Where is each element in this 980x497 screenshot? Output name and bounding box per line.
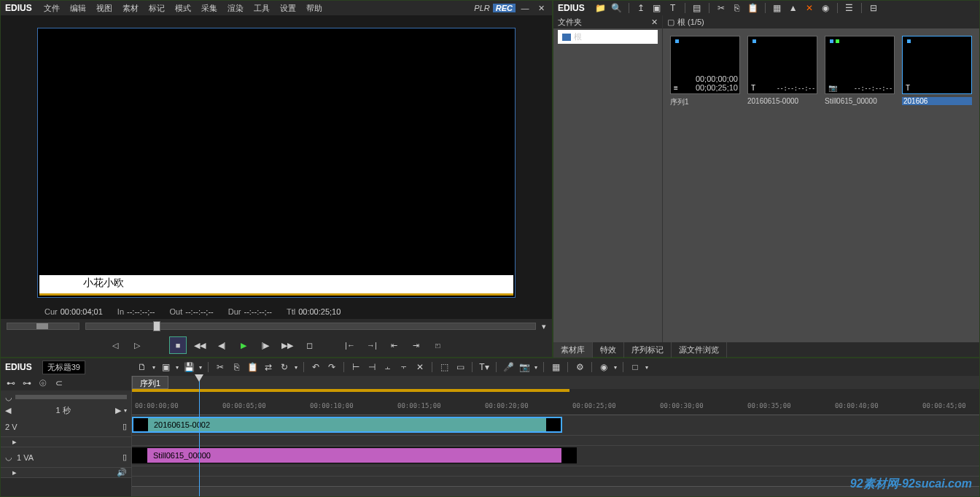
folder-icon[interactable]: 📁 xyxy=(595,2,607,14)
tl-copy-icon[interactable]: ⎘ xyxy=(230,361,242,373)
up-icon[interactable]: ↥ xyxy=(635,2,647,14)
mixer-icon[interactable]: ⚙ xyxy=(574,361,586,373)
expand-icon[interactable]: ▸ xyxy=(12,437,17,447)
track-patch-icon[interactable]: ▯ xyxy=(122,422,127,431)
track-header-va1[interactable]: ◡ 1 VA ▯ xyxy=(1,447,131,468)
trim2-icon[interactable]: ⫠ xyxy=(382,361,394,373)
menu-help[interactable]: 帮助 xyxy=(302,1,327,15)
folder-root[interactable]: 根 xyxy=(558,30,658,44)
track-v2[interactable]: 20160615-0002 xyxy=(132,415,979,436)
tl-paste-icon[interactable]: 📋 xyxy=(246,361,258,373)
trans-icon[interactable]: ⬚ xyxy=(438,361,450,373)
tab-source-browse[interactable]: 源文件浏览 xyxy=(672,342,727,358)
menu-view[interactable]: 视图 xyxy=(92,1,117,15)
expand-icon[interactable]: ▸ xyxy=(12,468,17,477)
track-header-v2[interactable]: 2 V ▯ xyxy=(1,417,131,437)
track-patch-icon[interactable]: ▯ xyxy=(122,452,127,462)
zoom-slider[interactable] xyxy=(7,323,79,330)
tl-cut-icon[interactable]: ✂ xyxy=(214,361,226,373)
menu-mark[interactable]: 标记 xyxy=(144,1,169,15)
thumb-sequence[interactable]: ≡00;00;00;0000;00;25;10 序列1 xyxy=(670,36,740,107)
menu-tools[interactable]: 工具 xyxy=(249,1,274,15)
menu-mode[interactable]: 模式 xyxy=(171,1,195,15)
track-va1[interactable]: Still0615_00000 xyxy=(132,446,979,466)
scrub-bar[interactable] xyxy=(85,323,536,330)
link-icon[interactable]: ⦾ xyxy=(37,377,49,389)
menu-render[interactable]: 渲染 xyxy=(223,1,248,15)
scrub-thumb[interactable] xyxy=(153,321,160,331)
rewind-button[interactable]: ◀◀ xyxy=(191,336,209,354)
paste-icon[interactable]: 📋 xyxy=(747,2,759,14)
redo-icon[interactable]: ↷ xyxy=(326,361,338,373)
delete-icon[interactable]: ✕ xyxy=(804,2,815,14)
undo-icon[interactable]: ↶ xyxy=(310,361,322,373)
menu-clip[interactable]: 素材 xyxy=(118,1,143,15)
overwrite-mode-icon[interactable]: ⊶ xyxy=(21,377,33,389)
loop-button[interactable]: ◻ xyxy=(300,336,318,354)
save-icon[interactable]: 💾 xyxy=(183,361,195,373)
goto-out-button[interactable]: →| xyxy=(363,336,381,354)
add-clip-icon[interactable]: ▣ xyxy=(651,2,663,14)
tc-ttl[interactable]: 00:00:25;10 xyxy=(298,307,341,316)
tab-clip-lib[interactable]: 素材库 xyxy=(553,342,593,358)
play-button[interactable]: ▶ xyxy=(235,336,252,354)
thumb-clip1[interactable]: T--:--:--:-- 20160615-0000 xyxy=(747,36,817,105)
minimize-button[interactable]: — xyxy=(518,3,532,13)
view-icon[interactable]: ▦ xyxy=(771,2,783,14)
replace-icon[interactable]: ↻ xyxy=(279,361,290,373)
clip-video[interactable]: 20160615-0002 xyxy=(132,417,562,433)
cam-icon[interactable]: 📷 xyxy=(518,361,530,373)
ripple-icon[interactable]: ⇄ xyxy=(262,361,274,373)
sequence-tab[interactable]: 序列1 xyxy=(132,376,168,389)
next-frame-button[interactable]: |▶ xyxy=(257,336,274,354)
tab-effects[interactable]: 特效 xyxy=(593,342,624,358)
close-button[interactable]: ✕ xyxy=(534,3,548,13)
vtrans-icon[interactable]: ▭ xyxy=(454,361,466,373)
goto-in-button[interactable]: |← xyxy=(341,336,359,354)
prev-frame-button[interactable]: ◀| xyxy=(213,336,230,354)
sort-icon[interactable]: ▲ xyxy=(788,2,799,14)
tc-in[interactable]: --:--:--;-- xyxy=(127,307,155,316)
prev-edit-button[interactable]: ⇤ xyxy=(385,336,402,354)
thumb-still[interactable]: 📷--:--:--:-- Still0615_00000 xyxy=(825,36,895,105)
zoom-icon[interactable]: ◡ xyxy=(5,393,12,402)
search-icon[interactable]: 🔍 xyxy=(611,2,623,14)
list-icon[interactable]: ☰ xyxy=(844,2,855,14)
video-frame[interactable]: 小花小欧 xyxy=(37,28,516,298)
tc-dur[interactable]: --:--:--;-- xyxy=(244,307,271,316)
tc-out[interactable]: --:--:--;-- xyxy=(185,307,213,316)
stop-button[interactable]: ■ xyxy=(169,336,187,354)
copy-icon[interactable]: ⎘ xyxy=(731,2,743,14)
tc-cur[interactable]: 00:00:04;01 xyxy=(61,307,103,316)
trim-icon[interactable]: ⊣ xyxy=(366,361,378,373)
menu-file[interactable]: 文件 xyxy=(39,1,64,15)
new-icon[interactable]: 🗋 xyxy=(136,361,148,373)
mark-in-button[interactable]: ◁ xyxy=(106,336,124,354)
tool-icon[interactable]: ⊟ xyxy=(868,2,879,14)
titler-icon[interactable]: T▾ xyxy=(478,361,490,373)
tab-markers[interactable]: 序列标记 xyxy=(624,342,672,358)
split-icon[interactable]: ⊢ xyxy=(350,361,362,373)
mark-out-button[interactable]: ▷ xyxy=(128,336,146,354)
mic-icon[interactable]: 🎤 xyxy=(502,361,514,373)
track-lock-icon[interactable]: ◡ xyxy=(5,452,12,462)
color-icon[interactable]: ◉ xyxy=(820,2,831,14)
playhead[interactable] xyxy=(199,376,200,496)
zoom-track[interactable] xyxy=(15,395,127,399)
thumb-clip2[interactable]: T 201606 xyxy=(902,36,972,105)
menu-edit[interactable]: 编辑 xyxy=(66,1,90,15)
calc-icon[interactable]: ▦ xyxy=(550,361,561,373)
scale-value[interactable]: 1 秒 xyxy=(14,405,112,416)
folder-close-icon[interactable]: ✕ xyxy=(651,18,658,27)
render-icon[interactable]: ◉ xyxy=(598,361,610,373)
menu-capture[interactable]: 采集 xyxy=(197,1,222,15)
title-icon[interactable]: T xyxy=(667,2,679,14)
timeline-ruler[interactable]: 00:00:00;00 00:00:05;00 00:00:10;00 00:0… xyxy=(132,389,979,415)
scale-right-icon[interactable]: ▶ xyxy=(115,406,121,415)
snap-icon[interactable]: ⊂ xyxy=(53,377,65,389)
gap-icon[interactable]: ⫟ xyxy=(398,361,410,373)
del-icon[interactable]: ✕ xyxy=(414,361,426,373)
props-icon[interactable]: ▤ xyxy=(691,2,703,14)
cut-icon[interactable]: ✂ xyxy=(715,2,727,14)
scale-left-icon[interactable]: ◀ xyxy=(5,406,11,415)
